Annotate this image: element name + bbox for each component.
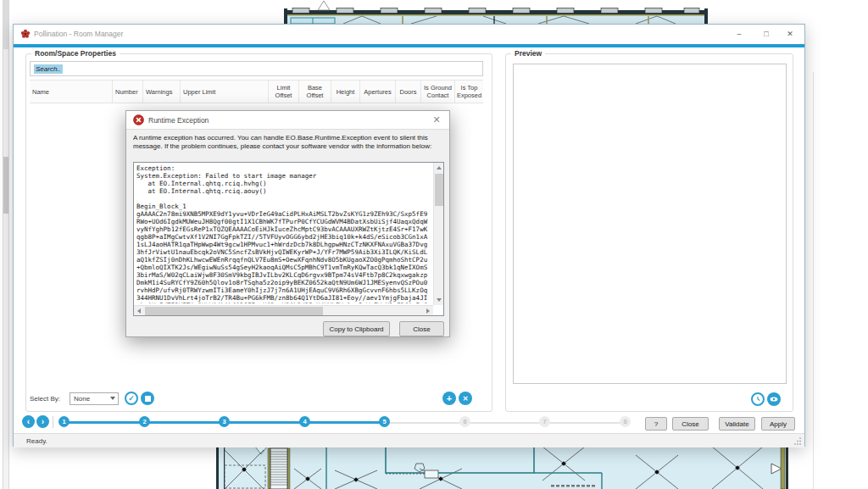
check-all-button[interactable]: ✓ <box>125 392 138 405</box>
accent-line <box>14 44 804 47</box>
vertical-scrollbar[interactable] <box>433 163 443 305</box>
select-by-value: None <box>74 395 90 403</box>
close-button[interactable]: Close <box>672 417 709 431</box>
window-title: Pollination - Room Manager <box>34 30 123 38</box>
dialog-title-bar[interactable]: Runtime Exception ✕ <box>126 111 449 130</box>
column-header-height[interactable]: Height <box>331 81 360 103</box>
floor-plan-bottom <box>216 447 788 489</box>
step-1[interactable]: 1 <box>58 416 70 427</box>
prev-step-button[interactable]: ‹ <box>22 415 35 428</box>
preview-title: Preview <box>511 49 545 58</box>
column-header-is-ground-contact[interactable]: Is Ground Contact <box>421 81 455 103</box>
dialog-close-button[interactable]: Close <box>399 321 444 336</box>
step-7[interactable]: 7 <box>539 416 550 427</box>
maximize-button[interactable]: □ <box>755 27 777 42</box>
eye-icon <box>770 396 778 403</box>
vertical-scroll-thumb[interactable] <box>435 174 443 206</box>
dialog-title: Runtime Exception <box>148 116 209 125</box>
clock-icon <box>754 396 761 403</box>
column-header-doors[interactable]: Doors <box>396 81 421 103</box>
check-icon: ✓ <box>128 394 135 403</box>
chevron-down-icon <box>110 397 115 400</box>
column-header-warnings[interactable]: Warnings <box>143 81 181 103</box>
column-header-is-top-exposed[interactable]: Is Top Exposed <box>455 81 483 103</box>
apply-button[interactable]: Apply <box>761 417 795 431</box>
scroll-up-arrow[interactable] <box>434 163 444 173</box>
preview-eye-button[interactable] <box>767 392 781 406</box>
floor-plan-top <box>284 0 708 24</box>
minimize-button[interactable]: – <box>728 27 750 42</box>
chevron-right-icon: › <box>42 417 44 426</box>
next-step-button[interactable]: › <box>36 415 49 428</box>
title-bar[interactable]: Pollination - Room Manager – □ ✕ <box>14 25 804 44</box>
column-header-limit-offset[interactable]: Limit Offset <box>269 81 299 103</box>
horizontal-scrollbar[interactable] <box>134 305 433 315</box>
app-icon <box>20 29 31 39</box>
validate-button[interactable]: Validate <box>719 417 755 431</box>
preview-group: Preview <box>505 53 793 412</box>
chevron-left-icon: ‹ <box>27 417 30 426</box>
dialog-close-icon[interactable]: ✕ <box>431 114 442 125</box>
column-header-name[interactable]: Name <box>30 81 113 103</box>
host-panel-divider <box>813 72 814 489</box>
host-left-scrollbar <box>0 0 12 489</box>
scroll-right-arrow[interactable] <box>423 306 433 316</box>
add-room-button[interactable]: + <box>442 392 456 405</box>
error-icon <box>133 114 144 125</box>
column-header-base-offset[interactable]: Base Offset <box>299 81 331 103</box>
exception-textarea[interactable]: Exception: System.Exception: Failed to s… <box>133 162 444 316</box>
column-header-apertures[interactable]: Apertures <box>360 81 396 103</box>
selection-toolbar: Select By: None ✓ + ✕ <box>30 392 483 407</box>
scroll-left-arrow[interactable] <box>134 306 144 316</box>
host-scrollbar-segment-top <box>3 0 8 49</box>
room-properties-title: Room/Space Properties <box>31 49 120 58</box>
status-bar: Ready. <box>14 433 804 447</box>
plus-icon: + <box>447 393 452 403</box>
host-scrollbar-track <box>3 0 9 489</box>
step-6[interactable]: 6 <box>459 416 470 427</box>
search-input[interactable]: Search.. <box>30 61 483 76</box>
search-text-selection: Search.. <box>34 64 63 74</box>
scroll-down-arrow[interactable] <box>434 295 444 305</box>
column-header-number[interactable]: Number <box>113 81 143 103</box>
column-header-upper-limit[interactable]: Upper Limit <box>181 81 269 103</box>
select-by-label: Select By: <box>30 395 60 403</box>
dialog-message: A runtime exception has occurred. You ca… <box>133 134 443 152</box>
stepper-separator <box>53 416 53 428</box>
stepper-line-inactive <box>385 422 626 424</box>
exception-text: Exception: System.Exception: Failed to s… <box>136 164 431 303</box>
stop-selection-button[interactable] <box>141 392 154 405</box>
remove-room-button[interactable]: ✕ <box>459 392 472 405</box>
step-2[interactable]: 2 <box>139 416 150 427</box>
step-5[interactable]: 5 <box>379 416 390 427</box>
step-3[interactable]: 3 <box>219 416 230 427</box>
select-by-dropdown[interactable]: None <box>70 392 119 405</box>
runtime-exception-dialog: Runtime Exception ✕ A runtime exception … <box>125 110 450 337</box>
square-icon <box>145 396 151 402</box>
help-button[interactable]: ? <box>645 417 667 431</box>
step-8[interactable]: 8 <box>620 416 631 427</box>
resize-grip[interactable] <box>793 436 802 445</box>
copy-to-clipboard-button[interactable]: Copy to Clipboard <box>323 321 390 336</box>
cross-icon: ✕ <box>463 395 469 403</box>
window-close-button[interactable]: ✕ <box>779 27 801 42</box>
screen: Pollination - Room Manager – □ ✕ Room/Sp… <box>0 0 868 489</box>
clock-icon-button[interactable] <box>751 392 765 406</box>
host-scrollbar-thumb <box>3 157 8 214</box>
status-text: Ready. <box>26 437 47 445</box>
table-header-row: Name Number Warnings Upper Limit Limit O… <box>30 80 483 103</box>
preview-canvas <box>513 64 787 384</box>
horizontal-scroll-thumb[interactable] <box>145 307 323 315</box>
step-4[interactable]: 4 <box>299 416 310 427</box>
